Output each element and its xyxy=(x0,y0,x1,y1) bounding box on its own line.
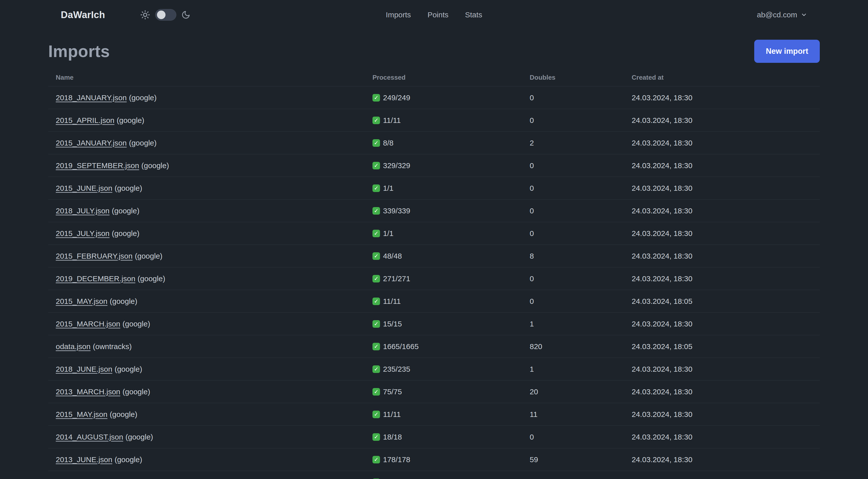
import-file-link[interactable]: 2019_DECEMBER.json xyxy=(56,274,135,283)
column-header-processed: Processed xyxy=(372,73,530,82)
import-file-link[interactable]: 2019_SEPTEMBER.json xyxy=(56,161,139,170)
name-cell: 2015_FEBRUARY.json(google) xyxy=(56,252,372,260)
new-import-button[interactable]: New import xyxy=(754,40,820,63)
success-check-icon: ✓ xyxy=(372,320,380,328)
theme-toggle[interactable] xyxy=(155,9,176,21)
processed-cell: ✓ 178/178 xyxy=(372,455,530,464)
processed-count: 271/271 xyxy=(383,274,410,283)
name-cell: 2015_JANUARY.json(google) xyxy=(56,139,372,147)
processed-cell: ✓ 8/8 xyxy=(372,139,530,147)
app-logo[interactable]: DaWarIch xyxy=(61,9,105,20)
import-file-link[interactable]: 2013_JUNE.json xyxy=(56,455,112,464)
import-file-link[interactable]: 2014_AUGUST.json xyxy=(56,433,123,441)
created-at: 24.03.2024, 18:30 xyxy=(632,388,820,396)
success-check-icon: ✓ xyxy=(372,365,380,373)
table-row: 2015_JUNE.json(google) ✓ 1/1 0 24.03.202… xyxy=(48,177,820,200)
success-check-icon: ✓ xyxy=(372,252,380,260)
name-cell: 2015_JULY.json(google) xyxy=(56,229,372,238)
created-at: 24.03.2024, 18:30 xyxy=(632,433,820,441)
nav-link-points[interactable]: Points xyxy=(428,10,448,19)
moon-icon xyxy=(181,10,190,19)
processed-cell: ✓ 271/271 xyxy=(372,274,530,283)
import-source: (google) xyxy=(123,320,150,328)
processed-cell: ✓ 249/249 xyxy=(372,93,530,102)
column-header-doubles: Doubles xyxy=(530,73,632,82)
created-at: 24.03.2024, 18:30 xyxy=(632,365,820,373)
import-file-link[interactable]: 2015_FEBRUARY.json xyxy=(56,252,133,260)
theme-toggle-group xyxy=(140,9,190,21)
processed-count: 8/8 xyxy=(383,139,394,147)
import-source: (google) xyxy=(129,139,156,147)
user-menu[interactable]: ab@cd.com xyxy=(757,10,807,19)
import-file-link[interactable]: 2018_JUNE.json xyxy=(56,365,112,373)
doubles-count: 20 xyxy=(530,388,632,396)
name-cell: 2014_AUGUST.json(google) xyxy=(56,433,372,441)
import-source: (google) xyxy=(115,184,142,192)
processed-count: 1/1 xyxy=(383,229,394,238)
processed-cell: ✓ 15/15 xyxy=(372,320,530,328)
created-at: 24.03.2024, 18:05 xyxy=(632,297,820,306)
success-check-icon: ✓ xyxy=(372,411,380,418)
import-file-link[interactable]: 2015_JUNE.json xyxy=(56,184,112,192)
doubles-count: 0 xyxy=(530,93,632,102)
processed-cell: ✓ 11/11 xyxy=(372,297,530,306)
table-row: 2015_JANUARY.json(google) ✓ 8/8 2 24.03.… xyxy=(48,132,820,154)
table-header: Name Processed Doubles Created at xyxy=(48,69,820,86)
success-check-icon: ✓ xyxy=(372,298,380,305)
import-file-link[interactable]: 2015_MARCH.json xyxy=(56,320,120,328)
processed-cell: ✓ 1/1 xyxy=(372,184,530,192)
doubles-count: 0 xyxy=(530,274,632,283)
name-cell: 2019_SEPTEMBER.json(google) xyxy=(56,161,372,170)
nav-link-stats[interactable]: Stats xyxy=(465,10,482,19)
column-header-created-at: Created at xyxy=(632,73,820,82)
doubles-count: 0 xyxy=(530,116,632,125)
processed-count: 75/75 xyxy=(383,388,402,396)
success-check-icon: ✓ xyxy=(372,162,380,169)
doubles-count: 0 xyxy=(530,433,632,441)
processed-cell: ✓ 1665/1665 xyxy=(372,342,530,351)
nav-link-imports[interactable]: Imports xyxy=(386,10,411,19)
table-row: odata.json(owntracks) ✓ 1665/1665 820 24… xyxy=(48,335,820,358)
table-row: 2018_JUNE.json(google) ✓ 235/235 1 24.03… xyxy=(48,358,820,381)
doubles-count: 2 xyxy=(530,139,632,147)
table-row: 2015_MAY.json(google) ✓ 11/11 0 24.03.20… xyxy=(48,290,820,312)
processed-count: 48/48 xyxy=(383,252,402,260)
import-file-link[interactable]: 2015_JANUARY.json xyxy=(56,139,127,147)
import-file-link[interactable]: 2018_JANUARY.json xyxy=(56,93,127,102)
import-file-link[interactable]: 2018_JULY.json xyxy=(56,207,110,215)
processed-count: 329/329 xyxy=(383,161,410,170)
import-source: (google) xyxy=(115,455,142,464)
name-cell: 2018_JUNE.json(google) xyxy=(56,365,372,373)
doubles-count: 1 xyxy=(530,320,632,328)
import-file-link[interactable]: 2015_APRIL.json xyxy=(56,116,115,124)
processed-count: 249/249 xyxy=(383,93,410,102)
import-file-link[interactable]: 2015_JULY.json xyxy=(56,229,110,238)
import-file-link[interactable]: odata.json xyxy=(56,342,90,351)
table-row: 2014_AUGUST.json(google) ✓ 18/18 0 24.03… xyxy=(48,426,820,448)
processed-cell: ✓ 329/329 xyxy=(372,161,530,170)
table-row: 2013_MARCH.json(google) ✓ 75/75 20 24.03… xyxy=(48,381,820,403)
import-file-link[interactable]: 2013_MARCH.json xyxy=(56,388,120,396)
success-check-icon: ✓ xyxy=(372,275,380,282)
main-content: Imports New import Name Processed Double… xyxy=(48,30,820,479)
created-at: 24.03.2024, 18:30 xyxy=(632,116,820,125)
import-source: (google) xyxy=(142,161,169,170)
import-file-link[interactable]: 2015_MAY.json xyxy=(56,410,107,418)
import-file-link[interactable]: 2015_MAY.json xyxy=(56,297,107,305)
doubles-count: 59 xyxy=(530,455,632,464)
processed-cell: ✓ 18/18 xyxy=(372,433,530,441)
success-check-icon: ✓ xyxy=(372,94,380,101)
import-source: (google) xyxy=(135,252,162,260)
name-cell xyxy=(56,478,372,479)
page-header: Imports New import xyxy=(48,39,820,64)
main-nav: Imports Points Stats xyxy=(386,10,482,19)
table-row: 2015_APRIL.json(google) ✓ 11/11 0 24.03.… xyxy=(48,109,820,132)
processed-cell: ✓ 48/48 xyxy=(372,252,530,260)
table-row: 2018_JANUARY.json(google) ✓ 249/249 0 24… xyxy=(48,86,820,109)
doubles-count: 820 xyxy=(530,342,632,351)
name-cell: 2018_JANUARY.json(google) xyxy=(56,93,372,102)
doubles-count: 11 xyxy=(530,410,632,419)
toggle-knob xyxy=(157,10,165,19)
success-check-icon: ✓ xyxy=(372,433,380,441)
created-at: 24.03.2024, 18:30 xyxy=(632,229,820,238)
